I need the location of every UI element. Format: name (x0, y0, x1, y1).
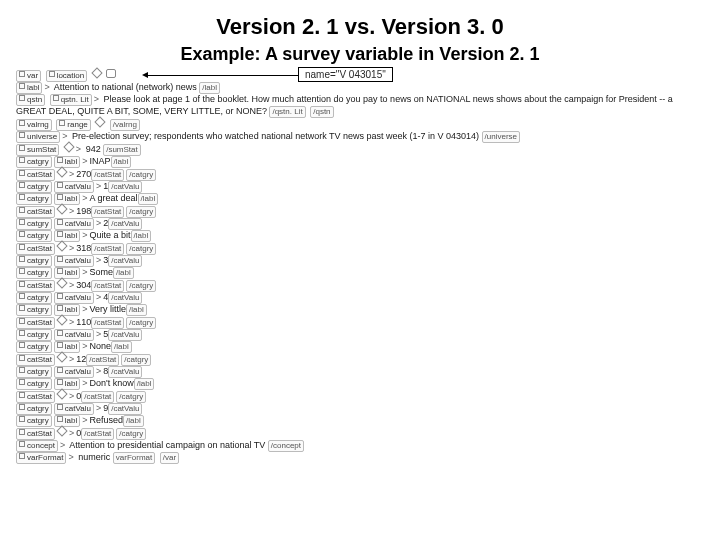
diamond-icon (56, 314, 67, 325)
tag-sumStat-close: /sumStat (103, 144, 141, 156)
universe-text: Pre-election survey; respondents who wat… (72, 131, 479, 141)
tag-catgry-close: /catgry (126, 317, 156, 329)
tag-range: range (56, 119, 90, 131)
tag-valrng-close: /valrng (110, 119, 140, 131)
diamond-icon (56, 351, 67, 362)
tag-catgry: catgry (16, 403, 52, 415)
label-text: Attention to national (network) news (54, 82, 197, 92)
tag-catgry: catgry (16, 230, 52, 242)
tag-labl: labl (54, 415, 80, 427)
tag-qstnLit: qstn. Lit (50, 94, 92, 106)
slide-subtitle: Example: A survey variable in Version 2.… (16, 44, 704, 65)
tag-concept-close: /concept (268, 440, 304, 452)
tag-catgry-close: /catgry (121, 354, 151, 366)
tag-catgry: catgry (16, 292, 52, 304)
diamond-icon (56, 388, 67, 399)
tag-labl-close: /labl (113, 267, 134, 279)
cat-label: Very little (90, 304, 127, 314)
cat-label: Some (90, 267, 114, 277)
cat-stat: 318 (76, 243, 91, 253)
tag-catValu-close: /catValu (108, 181, 142, 193)
tag-universe: universe (16, 131, 60, 143)
tag-labl: labl (54, 193, 80, 205)
tag-catValu: catValu (54, 403, 94, 415)
tag-catStat: catStat (16, 391, 55, 403)
question-text: Please look at page 1 of the booklet. Ho… (16, 94, 673, 116)
cat-label: Quite a bit (90, 230, 131, 240)
tag-labl: labl (54, 156, 80, 168)
tag-labl: labl (16, 82, 42, 94)
attr-icon (106, 69, 116, 78)
tag-labl-close: /labl (134, 378, 155, 390)
tag-catStat-close: /catStat (81, 428, 114, 440)
tag-catgry: catgry (16, 329, 52, 341)
tag-concept: concept (16, 440, 58, 452)
xml-tree: name="V 043015" var location labl> Atten… (16, 69, 704, 464)
tag-labl-close: /labl (111, 156, 132, 168)
tag-catValu: catValu (54, 218, 94, 230)
tag-catStat: catStat (16, 354, 55, 366)
tag-catStat-close: /catStat (86, 354, 119, 366)
tag-catValu-close: /catValu (108, 403, 142, 415)
tag-catgry-close: /catgry (126, 243, 156, 255)
tag-catStat: catStat (16, 169, 55, 181)
tag-labl: labl (54, 230, 80, 242)
tag-catgry: catgry (16, 193, 52, 205)
tag-qstn: qstn (16, 94, 45, 106)
diamond-icon (63, 141, 74, 152)
callout: name="V 043015" (298, 67, 393, 82)
tag-catStat: catStat (16, 317, 55, 329)
cat-stat: 110 (76, 317, 91, 327)
tag-catStat-close: /catStat (91, 206, 124, 218)
tag-catValu-close: /catValu (108, 218, 142, 230)
tag-catgry-close: /catgry (126, 169, 156, 181)
tag-catStat: catStat (16, 206, 55, 218)
tag-catStat-close: /catStat (91, 280, 124, 292)
tag-catgry-close: /catgry (126, 206, 156, 218)
diamond-icon (95, 116, 106, 127)
tag-catgry: catgry (16, 378, 52, 390)
tag-catValu: catValu (54, 329, 94, 341)
tag-varFormat-close: varFormat (113, 452, 155, 464)
cat-label: Refused (90, 415, 124, 425)
cat-stat: 12 (76, 354, 86, 364)
tag-var-close: /var (160, 452, 179, 464)
cat-label: Don't know (90, 378, 134, 388)
tag-labl-close: /labl (199, 82, 220, 94)
cat-stat: 270 (76, 169, 91, 179)
tag-labl: labl (54, 267, 80, 279)
tag-labl-close: /labl (131, 230, 152, 242)
tag-catgry-close: /catgry (116, 391, 146, 403)
tag-catStat-close: /catStat (91, 243, 124, 255)
tag-catgry: catgry (16, 267, 52, 279)
tag-catValu-close: /catValu (108, 366, 142, 378)
tag-catgry: catgry (16, 304, 52, 316)
cat-stat: 304 (76, 280, 91, 290)
tag-labl: labl (54, 304, 80, 316)
tag-labl-close: /labl (126, 304, 147, 316)
tag-catValu: catValu (54, 255, 94, 267)
tag-catValu-close: /catValu (108, 329, 142, 341)
tag-labl-close: /labl (138, 193, 159, 205)
tag-catStat: catStat (16, 428, 55, 440)
tag-qstnLit-close: /qstn. Lit (269, 106, 305, 118)
tag-catgry: catgry (16, 218, 52, 230)
tag-catStat-close: /catStat (91, 317, 124, 329)
tag-catgry-close: /catgry (126, 280, 156, 292)
tag-catgry: catgry (16, 255, 52, 267)
tag-qstn-close: /qstn (310, 106, 333, 118)
tag-catStat-close: /catStat (91, 169, 124, 181)
callout-arrowhead (142, 72, 148, 78)
concept-text: Attention to presidential campaign on na… (69, 440, 265, 450)
sumStat-value: 942 (86, 144, 101, 154)
tag-sumStat: sumStat (16, 144, 59, 156)
tag-location: location (46, 70, 88, 82)
diamond-icon (91, 67, 102, 78)
tag-varFormat: varFormat (16, 452, 66, 464)
tag-catgry: catgry (16, 341, 52, 353)
tag-catgry: catgry (16, 181, 52, 193)
diamond-icon (56, 203, 67, 214)
tag-catgry-close: /catgry (116, 428, 146, 440)
diamond-icon (56, 425, 67, 436)
callout-text: name="V 043015" (298, 67, 393, 82)
